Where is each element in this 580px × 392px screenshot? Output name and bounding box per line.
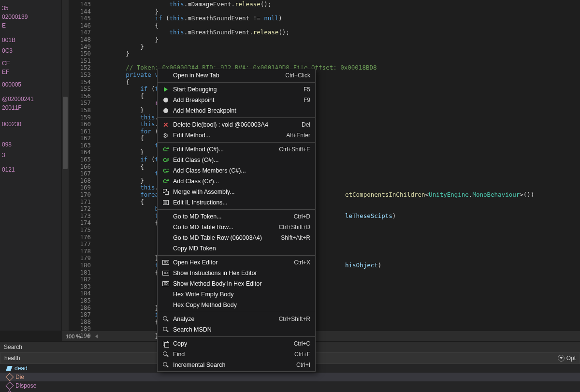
- code-editor[interactable]: 1431441451461471481491501511521531541551…: [69, 0, 580, 331]
- code-line[interactable]: }: [97, 44, 580, 51]
- scrollbar-thumb[interactable]: [63, 97, 68, 169]
- menu-item-label: Add Class (C#)...: [171, 178, 310, 185]
- search-result-item[interactable]: Dispose: [0, 390, 580, 392]
- sidebar-item[interactable]: E: [0, 21, 61, 30]
- menu-item[interactable]: C#Edit Method (C#)...Ctrl+Shift+E: [158, 144, 315, 155]
- menu-item[interactable]: C#Add Class Members (C#)...: [158, 165, 315, 176]
- menu-item-shortcut: Ctrl+Shift+D: [279, 224, 310, 231]
- gear-icon: ⚙: [160, 132, 171, 139]
- menu-item-shortcut: Ctrl+X: [294, 259, 310, 266]
- assembly-sidebar[interactable]: 3502000139E001B0C3CEEF000005@02000241200…: [0, 0, 62, 331]
- code-line[interactable]: [97, 58, 580, 65]
- sidebar-item[interactable]: 000230: [0, 120, 61, 129]
- menu-item-label: Go to MD Table Row...: [171, 224, 271, 231]
- menu-item[interactable]: 00Open Hex EditorCtrl+X: [158, 257, 315, 268]
- code-line[interactable]: }: [97, 8, 580, 15]
- csharp-icon: C#: [160, 158, 171, 163]
- search-result-item[interactable]: Dispose: [0, 381, 580, 390]
- sidebar-item[interactable]: 35: [0, 4, 61, 13]
- menu-item[interactable]: Incremental SearchCtrl+I: [158, 360, 315, 370]
- menu-separator: [158, 312, 315, 312]
- sidebar-item[interactable]: 000005: [0, 80, 61, 89]
- code-line[interactable]: if (this.mBreathSoundEvent != null): [97, 15, 580, 22]
- menu-item[interactable]: Go to MD Table Row (060003A4)Shift+Alt+R: [158, 232, 315, 243]
- merge-icon: [160, 189, 171, 195]
- menu-item[interactable]: Merge with Assembly...: [158, 187, 315, 197]
- search-icon: [160, 351, 171, 357]
- menu-item-shortcut: F9: [304, 97, 310, 103]
- menu-item-label: Edit Method...: [171, 132, 278, 139]
- property-icon: [6, 366, 13, 371]
- breakpoint-icon: [160, 108, 171, 113]
- menu-item-label: Show Instructions in Hex Editor: [171, 270, 310, 276]
- menu-item[interactable]: AnalyzeCtrl+Shift+R: [158, 314, 315, 324]
- method-icon: [6, 373, 14, 381]
- menu-item-shortcut: Ctrl+Shift+E: [279, 146, 310, 153]
- menu-item-label: Add Breakpoint: [171, 97, 296, 103]
- menu-item-label: Show Method Body in Hex Editor: [171, 280, 310, 287]
- code-line[interactable]: {: [97, 22, 580, 29]
- sidebar-item[interactable]: CE: [0, 59, 61, 68]
- menu-item-label: Copy MD Token: [171, 245, 310, 252]
- menu-item-label: Merge with Assembly...: [171, 189, 310, 195]
- menu-item[interactable]: FindCtrl+F: [158, 349, 315, 360]
- menu-separator: [158, 336, 315, 337]
- sidebar-item[interactable]: 20011F: [0, 103, 61, 112]
- menu-item[interactable]: 00Show Method Body in Hex Editor: [158, 278, 315, 289]
- menu-item[interactable]: Edit IL Instructions...: [158, 197, 315, 208]
- code-line-tail: etComponentsInChildren<UnityEngine.MonoB…: [345, 191, 534, 199]
- sidebar-item[interactable]: 0C3: [0, 46, 61, 55]
- menu-item[interactable]: Go to MD Token...Ctrl+D: [158, 211, 315, 222]
- menu-item-label: Edit IL Instructions...: [171, 199, 310, 206]
- search-icon: [160, 316, 171, 322]
- menu-item[interactable]: C#Add Class (C#)...: [158, 176, 315, 187]
- csharp-icon: C#: [160, 168, 171, 174]
- menu-item[interactable]: Add Method Breakpoint: [158, 105, 315, 116]
- sidebar-item[interactable]: 001B: [0, 36, 61, 44]
- search-icon: [160, 362, 171, 368]
- menu-item[interactable]: Search MSDN: [158, 324, 315, 335]
- csharp-icon: C#: [160, 179, 171, 184]
- sidebar-item[interactable]: 02000139: [0, 13, 61, 21]
- menu-item-label: Edit Method (C#)...: [171, 146, 271, 153]
- code-line[interactable]: }: [97, 36, 580, 44]
- sidebar-scrollbar[interactable]: [62, 0, 69, 331]
- menu-item[interactable]: Add BreakpointF9: [158, 95, 315, 105]
- menu-item-label: Hex Copy Method Body: [171, 302, 310, 308]
- code-line[interactable]: this.mBreathSoundEvent.release();: [97, 29, 580, 36]
- search-options-button[interactable]: Opt: [554, 355, 580, 362]
- sidebar-item[interactable]: 098: [0, 140, 61, 149]
- menu-item[interactable]: CopyCtrl+C: [158, 338, 315, 349]
- menu-item-shortcut: Ctrl+I: [296, 362, 310, 368]
- menu-item[interactable]: Hex Copy Method Body: [158, 300, 315, 310]
- menu-separator: [158, 117, 315, 118]
- sidebar-item[interactable]: EF: [0, 68, 61, 76]
- sidebar-item[interactable]: 0121: [0, 165, 61, 174]
- code-line[interactable]: }: [97, 50, 580, 58]
- menu-item[interactable]: Copy MD Token: [158, 243, 315, 254]
- search-options-label: Opt: [566, 355, 576, 362]
- chevron-down-icon: [558, 355, 565, 362]
- code-line-tail: leTheseScipts): [345, 213, 396, 220]
- sidebar-item[interactable]: 3: [0, 151, 61, 160]
- search-result-item[interactable]: Die: [0, 373, 580, 381]
- menu-item[interactable]: Open in New TabCtrl+Click: [158, 70, 315, 81]
- menu-item[interactable]: ⚙Edit Method...Alt+Enter: [158, 130, 315, 141]
- menu-item-shortcut: Ctrl+Click: [285, 72, 310, 79]
- il-icon: [160, 200, 171, 205]
- hex-icon: 00: [160, 271, 171, 276]
- menu-item[interactable]: ✕Delete Die(bool) : void @060003A4Del: [158, 119, 315, 130]
- menu-item-shortcut: F5: [304, 86, 310, 93]
- breakpoint-icon: [160, 98, 171, 102]
- menu-item[interactable]: C#Edit Class (C#)...: [158, 155, 315, 165]
- menu-item[interactable]: 00Show Instructions in Hex Editor: [158, 268, 315, 278]
- context-menu[interactable]: Open in New TabCtrl+ClickStart Debugging…: [157, 69, 316, 372]
- menu-item[interactable]: Hex Write Empty Body: [158, 289, 315, 300]
- code-line[interactable]: this.mDamageEvent.release();: [97, 1, 580, 8]
- menu-item-label: Incremental Search: [171, 362, 289, 368]
- menu-item[interactable]: Go to MD Table Row...Ctrl+Shift+D: [158, 222, 315, 232]
- code-line-tail: hisObject): [345, 262, 381, 269]
- menu-item-label: Analyze: [171, 316, 271, 322]
- menu-item[interactable]: Start DebuggingF5: [158, 84, 315, 95]
- sidebar-item[interactable]: @02000241: [0, 95, 61, 103]
